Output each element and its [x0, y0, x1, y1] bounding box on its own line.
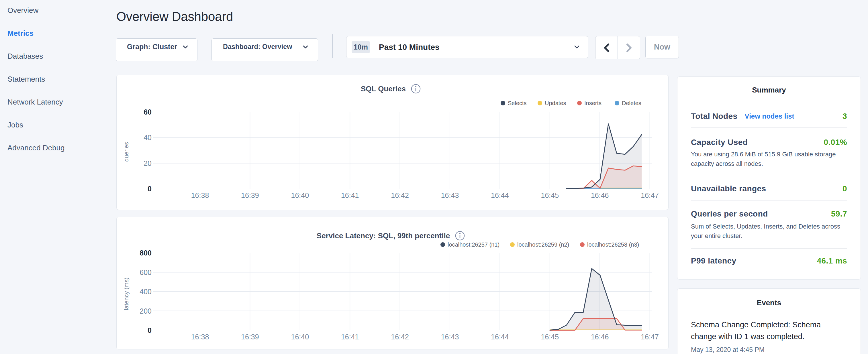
svg-text:16:43: 16:43: [441, 333, 459, 341]
svg-text:400: 400: [140, 288, 152, 296]
svg-text:200: 200: [140, 307, 152, 315]
svg-text:queries: queries: [123, 142, 129, 162]
svg-text:800: 800: [140, 249, 152, 257]
svg-text:16:43: 16:43: [441, 191, 459, 199]
svg-text:16:38: 16:38: [191, 333, 209, 341]
svg-text:16:40: 16:40: [291, 191, 309, 199]
svg-text:16:47: 16:47: [641, 191, 659, 199]
svg-text:16:41: 16:41: [341, 333, 359, 341]
svg-text:600: 600: [140, 268, 152, 277]
svg-text:16:44: 16:44: [491, 333, 509, 341]
svg-text:16:42: 16:42: [391, 333, 409, 341]
svg-text:16:46: 16:46: [591, 333, 609, 341]
svg-text:16:38: 16:38: [191, 191, 209, 199]
svg-text:16:39: 16:39: [241, 333, 259, 341]
svg-text:16:39: 16:39: [241, 191, 259, 199]
svg-text:16:41: 16:41: [341, 191, 359, 199]
svg-text:16:42: 16:42: [391, 191, 409, 199]
svg-text:0: 0: [148, 326, 152, 334]
svg-text:latency (ms): latency (ms): [123, 278, 129, 310]
svg-text:40: 40: [144, 133, 152, 141]
svg-text:60: 60: [144, 108, 152, 116]
svg-text:16:40: 16:40: [291, 333, 309, 341]
svg-text:0: 0: [148, 185, 152, 193]
svg-text:16:44: 16:44: [491, 191, 509, 199]
svg-text:20: 20: [144, 159, 152, 167]
svg-text:16:45: 16:45: [541, 333, 559, 341]
svg-text:16:45: 16:45: [541, 191, 559, 199]
svg-text:16:47: 16:47: [641, 333, 659, 341]
svg-text:16:46: 16:46: [591, 191, 609, 199]
